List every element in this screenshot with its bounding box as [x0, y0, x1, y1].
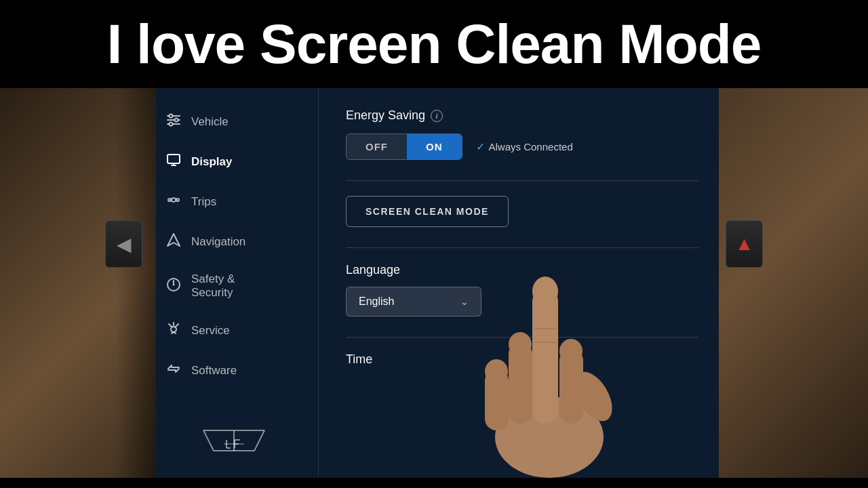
- svg-point-9: [168, 199, 171, 201]
- energy-saving-section: Energy Saving i OFF ON ✓ Always Connecte…: [346, 108, 698, 160]
- time-label: Time: [346, 352, 698, 367]
- sidebar-item-software[interactable]: Software: [149, 350, 318, 390]
- on-toggle-button[interactable]: ON: [407, 134, 462, 159]
- sidebar-item-navigation[interactable]: Navigation: [149, 222, 318, 262]
- svg-marker-11: [167, 234, 180, 246]
- navigation-icon: [165, 232, 182, 251]
- screen-clean-mode-section: SCREEN CLEAN MODE: [346, 196, 698, 227]
- main-content: Energy Saving i OFF ON ✓ Always Connecte…: [319, 88, 726, 478]
- sidebar-item-navigation-label: Navigation: [191, 235, 245, 249]
- toggle-row: OFF ON ✓ Always Connected: [346, 134, 698, 160]
- page-title: I love Screen Clean Mode: [107, 12, 762, 76]
- seat-left: [0, 88, 156, 478]
- logo-svg: [197, 424, 271, 461]
- always-connected-label: Always Connected: [489, 141, 573, 152]
- bottom-bar: [0, 478, 868, 488]
- language-select[interactable]: English ⌄: [346, 287, 481, 317]
- left-arrow-button[interactable]: ◀: [105, 220, 142, 268]
- sidebar: Vehicle Display Trips: [149, 88, 319, 478]
- software-icon: [165, 361, 182, 380]
- always-connected: ✓ Always Connected: [476, 140, 573, 153]
- left-arrow-icon: ◀: [117, 233, 132, 256]
- service-icon: [165, 321, 182, 340]
- sidebar-item-safety-security[interactable]: Safety &Security: [149, 262, 318, 310]
- sidebar-item-display[interactable]: Display: [149, 142, 318, 182]
- sidebar-item-display-label: Display: [191, 155, 232, 169]
- vehicle-icon: [165, 113, 182, 131]
- off-toggle-button[interactable]: OFF: [347, 134, 407, 159]
- checkmark-icon: ✓: [476, 140, 485, 153]
- screen-clean-mode-button[interactable]: SCREEN CLEAN MODE: [346, 196, 509, 227]
- divider-3: [346, 337, 698, 338]
- safety-icon: [165, 277, 182, 296]
- language-label: Language: [346, 263, 698, 277]
- svg-rect-6: [167, 155, 180, 163]
- sidebar-item-trips[interactable]: Trips: [149, 182, 318, 222]
- info-icon[interactable]: i: [431, 110, 443, 122]
- trips-icon: [165, 192, 182, 211]
- energy-saving-title: Energy Saving i: [346, 108, 698, 123]
- tesla-screen: Vehicle Display Trips: [149, 88, 726, 478]
- language-section: Language English ⌄: [346, 263, 698, 317]
- display-icon: [165, 152, 182, 171]
- right-arrow-button[interactable]: ▲: [726, 220, 763, 268]
- sidebar-item-vehicle[interactable]: Vehicle: [149, 102, 318, 142]
- svg-line-19: [254, 430, 264, 451]
- sidebar-logo: [149, 424, 319, 461]
- divider-1: [346, 180, 698, 181]
- sidebar-item-trips-label: Trips: [191, 195, 216, 209]
- svg-point-5: [170, 123, 173, 126]
- svg-point-4: [175, 119, 178, 122]
- svg-line-18: [203, 430, 214, 451]
- toggle-group: OFF ON: [346, 134, 462, 160]
- time-section: Time: [346, 352, 698, 367]
- title-bar: I love Screen Clean Mode: [0, 0, 868, 88]
- sidebar-item-vehicle-label: Vehicle: [191, 115, 229, 129]
- sidebar-item-software-label: Software: [191, 364, 237, 378]
- divider-2: [346, 247, 698, 248]
- chevron-down-icon: ⌄: [460, 296, 469, 307]
- svg-point-3: [170, 115, 173, 118]
- language-selected-value: English: [359, 296, 394, 308]
- svg-point-10: [176, 199, 179, 201]
- sidebar-item-service-label: Service: [191, 324, 230, 338]
- energy-saving-label: Energy Saving: [346, 108, 425, 123]
- right-arrow-icon: ▲: [735, 233, 754, 255]
- sidebar-item-service[interactable]: Service: [149, 310, 318, 350]
- seat-right: [719, 88, 868, 478]
- sidebar-item-safety-security-label: Safety &Security: [191, 272, 235, 300]
